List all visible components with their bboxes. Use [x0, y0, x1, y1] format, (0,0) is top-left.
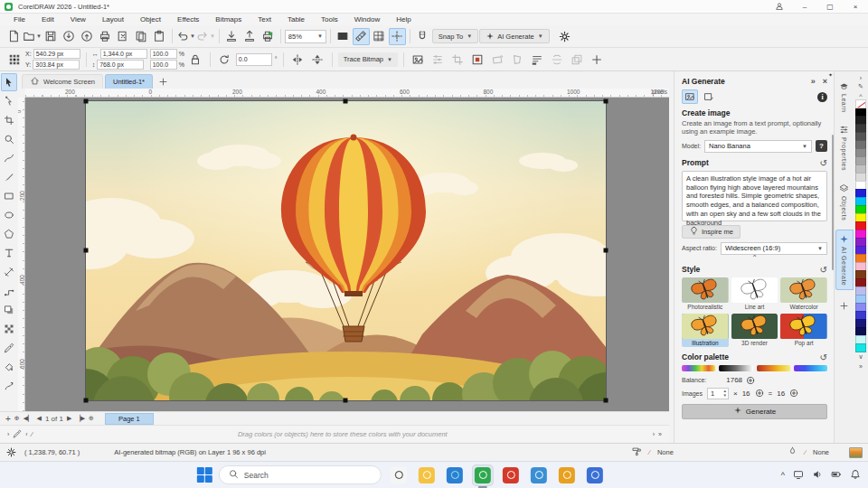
status-gear-icon[interactable] — [5, 446, 17, 458]
style-reset-icon[interactable]: ↺ — [820, 265, 827, 275]
style-card-watercolor[interactable]: Watercolor — [780, 277, 827, 311]
create-image-tab[interactable]: ✦ — [682, 89, 698, 104]
docker-tab-ai-generate[interactable]: AI Generate — [835, 230, 854, 290]
taskbar-search[interactable]: Search — [219, 465, 382, 484]
selection-handle[interactable] — [604, 249, 609, 253]
aspect-ratio-select[interactable]: Widescreen (16:9)▼ — [721, 242, 827, 255]
info-icon[interactable]: i — [817, 92, 827, 102]
battery-icon[interactable] — [831, 469, 842, 482]
generate-button[interactable]: Generate — [682, 404, 827, 419]
style-card-line-art[interactable]: Line art — [731, 277, 778, 311]
selection-handle[interactable] — [84, 99, 89, 104]
smart-drawing-tool[interactable] — [1, 377, 17, 395]
tray-overflow-icon[interactable]: » — [658, 431, 662, 437]
tray-collapse-icon[interactable]: ‹ — [25, 431, 27, 437]
pick-tool[interactable] — [1, 73, 17, 91]
open-document-button[interactable]: ▼ — [23, 28, 42, 45]
menu-layout[interactable]: Layout — [94, 15, 132, 23]
transparency-tool[interactable] — [1, 320, 17, 338]
menu-text[interactable]: Text — [250, 15, 279, 23]
mirror-horizontal-icon[interactable] — [289, 51, 307, 68]
vertical-ruler[interactable]: 0200400600 — [18, 98, 25, 411]
mirror-vertical-icon[interactable] — [309, 51, 326, 68]
snap-magnet-icon[interactable] — [414, 28, 431, 45]
ellipse-tool[interactable] — [1, 206, 17, 224]
rectangle-tool[interactable] — [1, 187, 17, 205]
docker-tab-objects[interactable]: Objects — [835, 179, 854, 225]
scale-h-field[interactable]: 100.0 — [150, 49, 177, 59]
taskbar-app-font-manager[interactable] — [556, 465, 578, 486]
page-options-icon[interactable]: ⊕ — [14, 415, 20, 422]
menu-table[interactable]: Table — [279, 15, 313, 23]
collapse-section-icon[interactable]: ⌃ — [682, 255, 827, 263]
edit-image-tab[interactable] — [701, 89, 717, 104]
selection-handle[interactable] — [344, 99, 348, 104]
bitmap-mask-icon[interactable] — [469, 51, 486, 68]
menu-edit[interactable]: Edit — [33, 15, 62, 23]
start-button[interactable] — [197, 467, 212, 483]
rotation-angle-field[interactable]: 0.0 — [236, 53, 272, 66]
tray-expand-icon[interactable]: › — [7, 431, 9, 437]
style-card-pop-art[interactable]: Pop art — [780, 314, 827, 347]
page-1-tab[interactable]: Page 1 — [105, 413, 154, 425]
model-help-button[interactable]: ? — [816, 140, 827, 152]
prompt-reset-icon[interactable]: ↺ — [820, 158, 827, 168]
style-card-3d-render[interactable]: 3D render — [731, 314, 778, 347]
first-page-icon[interactable]: ◀▏ — [24, 415, 33, 422]
freehand-tool[interactable] — [1, 149, 17, 167]
print-merge-button[interactable] — [259, 28, 277, 45]
selection-handle[interactable] — [604, 399, 609, 403]
y-position-field[interactable]: 303.84 px — [33, 60, 80, 70]
go-to-page-icon[interactable]: ⊕ — [89, 415, 94, 422]
prompt-input[interactable]: A clean illustration style image of a ho… — [682, 171, 827, 221]
fullscreen-preview-button[interactable] — [335, 28, 352, 45]
menu-tools[interactable]: Tools — [313, 15, 346, 23]
object-height-field[interactable]: 768.0 px — [97, 60, 144, 70]
docker-tab-learn[interactable]: Learn — [835, 77, 854, 117]
last-page-icon[interactable]: ▕▶ — [75, 415, 85, 422]
show-grid-button[interactable] — [371, 28, 388, 45]
add-docker-button[interactable] — [839, 301, 849, 313]
taskbar-app-corel-capture[interactable] — [584, 465, 606, 486]
save-document-button[interactable] — [42, 28, 60, 45]
network-icon[interactable] — [793, 469, 804, 482]
export-button[interactable] — [79, 28, 96, 45]
tray-eyedropper-icon[interactable] — [13, 429, 22, 440]
docker-close-icon[interactable]: × — [823, 77, 827, 86]
taskbar-app-task-view[interactable] — [388, 465, 410, 486]
account-icon[interactable] — [767, 0, 792, 14]
new-document-button[interactable] — [5, 28, 22, 45]
selection-handle[interactable] — [344, 399, 348, 403]
previous-page-icon[interactable]: ◀ — [37, 415, 42, 422]
bitmap-options-icon[interactable] — [529, 51, 546, 68]
model-select[interactable]: Nano Banana▼ — [704, 140, 812, 153]
palette-strip-2[interactable] — [757, 365, 790, 371]
palette-strip-0[interactable] — [682, 365, 715, 371]
get-more-button[interactable] — [223, 28, 241, 45]
duplicate-button[interactable] — [115, 28, 132, 45]
tray-chevron-icon[interactable]: ^ — [781, 471, 785, 480]
drawing-canvas[interactable] — [25, 98, 669, 411]
crop-tool[interactable] — [1, 111, 17, 129]
import-button[interactable] — [61, 28, 78, 45]
text-tool[interactable] — [1, 244, 17, 262]
menu-effects[interactable]: Effects — [169, 15, 207, 23]
undo-button[interactable]: ▼ — [176, 28, 195, 45]
lock-ratio-icon[interactable] — [187, 51, 204, 68]
scale-v-field[interactable]: 100.0 — [150, 60, 177, 70]
connector-tool[interactable] — [1, 282, 17, 300]
compress-bitmap-icon[interactable] — [549, 51, 566, 68]
palette-overflow-icon[interactable]: » — [859, 361, 863, 371]
menu-window[interactable]: Window — [346, 15, 388, 23]
add-page-button[interactable]: + — [5, 414, 11, 424]
tab-untitled-1[interactable]: Untitled-1* — [105, 74, 153, 89]
menu-file[interactable]: File — [5, 15, 33, 23]
tray-scroll-icon[interactable]: › — [653, 431, 655, 437]
artistic-media-tool[interactable] — [1, 168, 17, 186]
copy-button[interactable] — [133, 28, 150, 45]
object-position-grid-icon[interactable] — [5, 51, 23, 68]
taskbar-app-corel-app-red[interactable] — [500, 465, 522, 486]
no-color-swatch[interactable] — [855, 99, 866, 108]
straighten-image-icon[interactable] — [489, 51, 506, 68]
horizontal-ruler[interactable]: 200020040060080010001200pixels — [25, 89, 669, 98]
